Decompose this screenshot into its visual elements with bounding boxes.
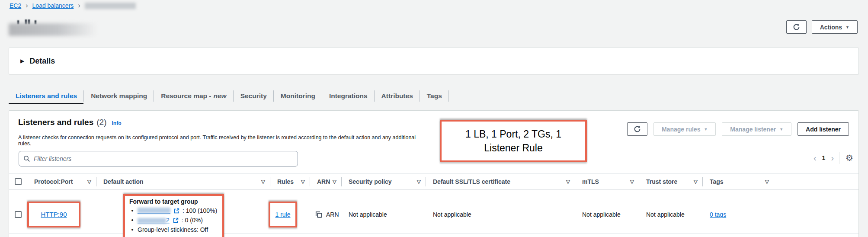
trust-store-cell: Not applicable	[639, 211, 703, 218]
page-number[interactable]: 1	[822, 154, 826, 161]
breadcrumb-separator-icon: ›	[25, 2, 28, 9]
info-link[interactable]: Info	[112, 120, 121, 126]
add-listener-button[interactable]: Add listener	[798, 122, 849, 136]
column-label: mTLS	[582, 178, 599, 185]
external-link-icon	[174, 208, 179, 214]
column-label: Rules	[277, 178, 294, 185]
rules-link[interactable]: 1 rule	[275, 211, 290, 218]
manage-rules-label: Manage rules	[662, 126, 700, 133]
gear-icon[interactable]: ⚙	[846, 153, 853, 163]
sort-icon[interactable]: ▽	[333, 179, 336, 185]
row-checkbox[interactable]	[15, 211, 22, 218]
panel-title: Listeners and rules	[18, 118, 93, 127]
column-label: Protocol:Port	[34, 178, 73, 185]
sort-icon[interactable]: ▽	[261, 179, 265, 185]
column-rules: Rules ▽	[270, 174, 310, 189]
security-policy-cell: Not applicable	[342, 211, 426, 218]
column-protocol-port: Protocol:Port ▽	[27, 174, 96, 189]
panel-description: A listener checks for connection request…	[18, 135, 429, 147]
column-label: ARN	[317, 178, 330, 185]
bullet-icon: •	[129, 226, 135, 233]
target-group-2-suffix: 2	[166, 217, 170, 224]
breadcrumb: EC2 › Load balancers ›	[10, 2, 136, 9]
manage-rules-button[interactable]: Manage rules ▼	[653, 122, 716, 136]
title-blur-blob	[9, 23, 97, 36]
target-group-1-link[interactable]	[138, 208, 170, 214]
manage-listener-button[interactable]: Manage listener ▼	[722, 122, 791, 136]
listener-protocol-link[interactable]: HTTP:90	[41, 211, 67, 218]
column-default-action: Default action ▽	[96, 174, 270, 189]
annotation-protocol-box: HTTP:90	[27, 202, 80, 227]
page-toolbar: Actions ▼	[786, 20, 858, 34]
table-refresh-button[interactable]	[627, 122, 647, 136]
column-arn: ARN ▽	[310, 174, 342, 189]
breadcrumb-current-redacted	[85, 3, 136, 9]
sort-icon[interactable]: ▽	[417, 179, 421, 185]
tab-label: Integrations	[329, 92, 368, 100]
sort-icon[interactable]: ▽	[87, 179, 91, 185]
next-page-icon[interactable]: ›	[831, 154, 834, 162]
tab-integrations[interactable]: Integrations	[322, 88, 375, 104]
sort-icon[interactable]: ▽	[301, 179, 305, 185]
refresh-button[interactable]	[786, 20, 807, 34]
breadcrumb-ec2-link[interactable]: EC2	[10, 2, 21, 9]
column-security-policy: Security policy ▽	[342, 174, 426, 189]
target-group-name-redacted	[138, 218, 166, 224]
tab-security[interactable]: Security	[234, 88, 274, 104]
table-row: HTTP:90 Forward to target group • : 100 …	[9, 190, 858, 234]
copy-icon[interactable]	[315, 211, 322, 218]
tab-monitoring[interactable]: Monitoring	[274, 88, 322, 104]
table-header: Protocol:Port ▽ Default action ▽ Rules ▽…	[9, 173, 858, 189]
column-label: Tags	[710, 178, 724, 185]
arn-label: ARN	[326, 211, 339, 218]
details-expander[interactable]: ▶ Details	[9, 48, 859, 74]
tab-attributes[interactable]: Attributes	[375, 88, 420, 104]
breadcrumb-load-balancers-link[interactable]: Load balancers	[32, 2, 74, 9]
tab-label: Network mapping	[91, 92, 147, 100]
panel-toolbar: Manage rules ▼ Manage listener ▼ Add lis…	[627, 122, 849, 136]
column-label: Default action	[103, 178, 144, 185]
refresh-icon	[634, 125, 641, 133]
target-group-1-weight: : 100 (100%)	[183, 207, 217, 214]
target-group-2: • 2 : 0 (0%)	[129, 215, 218, 225]
column-tags: Tags ▽	[703, 174, 774, 189]
select-all-checkbox[interactable]	[15, 178, 22, 185]
sort-icon[interactable]: ▽	[566, 179, 570, 185]
tab-network-mapping[interactable]: Network mapping	[84, 88, 154, 104]
page-title-redacted	[8, 18, 120, 38]
ssl-certificate-cell: Not applicable	[426, 211, 575, 218]
sort-icon[interactable]: ▽	[694, 179, 698, 185]
actions-button-label: Actions	[820, 24, 842, 31]
tab-resource-map[interactable]: Resource map -new	[154, 88, 233, 104]
tab-tags[interactable]: Tags	[420, 88, 449, 104]
tags-link[interactable]: 0 tags	[710, 211, 726, 218]
annotation-default-action-box: Forward to target group • : 100 (100%) •…	[123, 194, 224, 237]
pagination: ‹ 1 › ⚙	[814, 151, 853, 164]
tab-label: Listeners and rules	[16, 92, 77, 100]
tab-listeners-and-rules[interactable]: Listeners and rules	[9, 88, 84, 104]
tab-label: Monitoring	[281, 92, 315, 100]
annotation-note: 1 LB, 1 Port, 2 TGs, 1 Listener Rule	[440, 120, 587, 162]
trust-store-value: Not applicable	[646, 211, 685, 218]
chevron-down-icon: ▼	[704, 127, 708, 131]
column-label: Default SSL/TLS certificate	[433, 178, 510, 185]
tab-label-new-badge: new	[213, 92, 226, 100]
annotation-rules-box: 1 rule	[269, 202, 297, 227]
actions-button[interactable]: Actions ▼	[812, 20, 858, 34]
stickiness-value: Group-level stickiness: Off	[138, 226, 208, 233]
manage-listener-label: Manage listener	[730, 126, 776, 133]
tab-label: Attributes	[381, 92, 413, 100]
sort-icon[interactable]: ▽	[765, 179, 769, 185]
expand-arrow-icon: ▶	[20, 58, 24, 64]
column-trust-store: Trust store ▽	[639, 174, 703, 189]
listeners-panel: Listeners and rules (2) Info A listener …	[9, 110, 859, 237]
refresh-icon	[793, 23, 800, 31]
filter-listeners-input[interactable]	[34, 155, 293, 162]
bullet-icon: •	[129, 217, 135, 224]
divider	[839, 152, 840, 164]
external-link-icon	[173, 218, 179, 223]
previous-page-icon[interactable]: ‹	[814, 154, 817, 162]
target-group-name-redacted	[138, 208, 170, 213]
sort-icon[interactable]: ▽	[630, 179, 634, 185]
target-group-2-link[interactable]: 2	[138, 217, 170, 224]
